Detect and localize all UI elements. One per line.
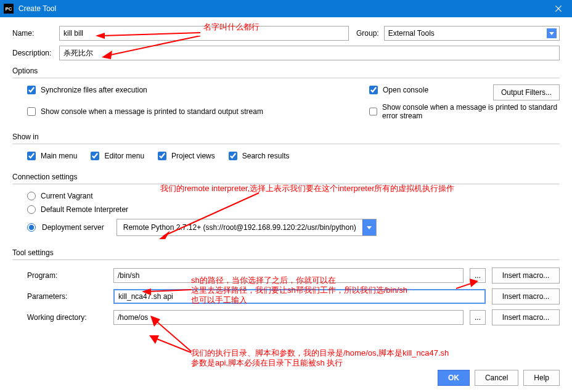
searchresults-label: Search results	[242, 152, 290, 160]
output-filters-button[interactable]: Output Filters...	[493, 84, 560, 100]
program-label: Program:	[27, 271, 107, 280]
params-field[interactable]	[113, 289, 486, 304]
defaultremote-label: Default Remote Interpreter	[41, 205, 128, 214]
chevron-down-icon	[362, 219, 376, 235]
deploy-select[interactable]: Remote Python 2.7.12+ (ssh://root@192.16…	[116, 219, 377, 236]
searchresults-checkbox[interactable]	[229, 152, 237, 160]
params-label: Parameters:	[27, 292, 107, 301]
conn-heading: Connection settings	[12, 173, 560, 181]
group-label: Group:	[356, 29, 379, 38]
app-icon: PC	[4, 4, 14, 14]
divider	[12, 78, 560, 78]
window-title: Create Tool	[18, 4, 544, 13]
wd-insert-macro-button[interactable]: Insert macro...	[492, 309, 560, 325]
description-label: Description:	[12, 49, 55, 57]
close-button[interactable]	[544, 0, 572, 17]
chevron-down-icon	[547, 28, 557, 38]
deploy-value: Remote Python 2.7.12+ (ssh://root@192.16…	[117, 223, 362, 232]
editormenu-checkbox[interactable]	[91, 152, 99, 160]
divider	[12, 184, 560, 184]
vagrant-radio[interactable]	[27, 192, 36, 200]
name-field[interactable]	[59, 26, 349, 41]
deploy-label: Deployment server	[42, 223, 104, 232]
svg-line-14	[154, 338, 191, 353]
program-browse-button[interactable]: ...	[470, 268, 486, 283]
options-heading: Options	[12, 67, 560, 75]
sync-label: Synchronize files after execution	[41, 86, 147, 94]
svg-marker-15	[149, 335, 159, 344]
divider	[12, 259, 560, 260]
tool-heading: Tool settings	[12, 248, 560, 257]
editormenu-label: Editor menu	[104, 152, 144, 160]
stderr-label: Show console when a message is printed t…	[382, 103, 560, 120]
stdout-label: Show console when a message is printed t…	[41, 107, 263, 116]
sync-checkbox[interactable]	[27, 86, 36, 94]
open-console-label: Open console	[383, 86, 428, 94]
projectviews-checkbox[interactable]	[158, 152, 166, 160]
group-value: External Tools	[388, 29, 435, 38]
description-field[interactable]	[59, 46, 560, 60]
showin-heading: Show in	[12, 133, 560, 141]
mainmenu-label: Main menu	[41, 152, 77, 160]
open-console-checkbox[interactable]	[369, 86, 378, 94]
group-select[interactable]: External Tools	[384, 26, 560, 41]
help-button[interactable]: Help	[523, 370, 560, 386]
divider	[12, 144, 560, 144]
stderr-checkbox[interactable]	[369, 107, 377, 116]
cancel-button[interactable]: Cancel	[475, 370, 518, 386]
deploy-radio[interactable]	[27, 223, 36, 232]
wd-browse-button[interactable]: ...	[470, 310, 486, 325]
defaultremote-radio[interactable]	[27, 205, 36, 214]
params-insert-macro-button[interactable]: Insert macro...	[492, 288, 560, 304]
wd-label: Working directory:	[27, 313, 107, 322]
stdout-checkbox[interactable]	[27, 107, 36, 116]
wd-field[interactable]	[113, 310, 464, 325]
vagrant-label: Current Vagrant	[41, 192, 93, 200]
program-field[interactable]	[113, 268, 464, 283]
program-insert-macro-button[interactable]: Insert macro...	[492, 267, 560, 284]
annotation-text: 我们的执行目录、脚本和参数，我的目录是/home/os,脚本是kill_nca4…	[191, 348, 449, 368]
projectviews-label: Project views	[171, 152, 215, 160]
name-label: Name:	[12, 29, 55, 38]
ok-button[interactable]: OK	[438, 370, 470, 386]
mainmenu-checkbox[interactable]	[27, 152, 36, 160]
